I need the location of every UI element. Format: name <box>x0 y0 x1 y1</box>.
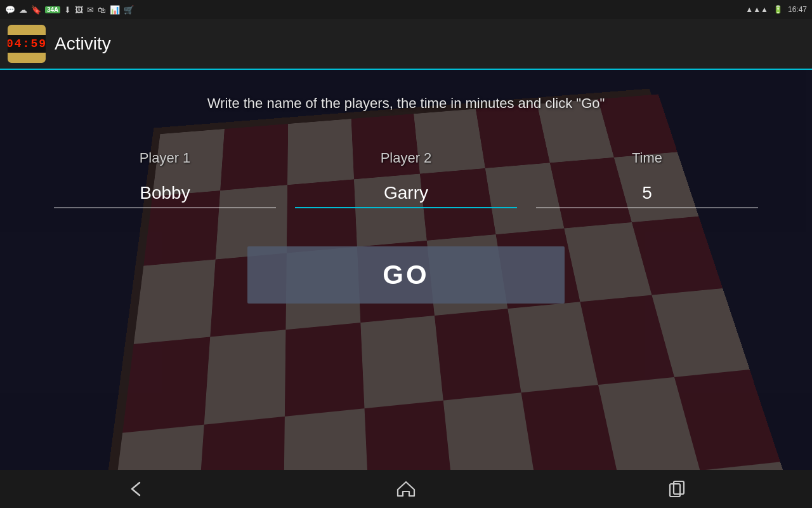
home-button[interactable] <box>381 473 431 505</box>
app-icon: 04:59 <box>8 25 46 63</box>
time-column: Time <box>527 150 768 208</box>
time-label: Time <box>632 150 662 166</box>
time-input-wrap <box>536 179 758 208</box>
notification-badge: 34A <box>45 6 60 13</box>
shop-icon: 🛒 <box>124 5 134 15</box>
go-button[interactable]: GO <box>247 246 565 304</box>
bookmark-icon: 🔖 <box>31 5 41 15</box>
app-bar: 04:59 Activity <box>0 19 812 70</box>
app-clock-display: 04:59 <box>8 35 46 53</box>
chart-icon: 📊 <box>110 5 120 15</box>
content-layer: Write the name of the players, the time … <box>0 70 812 508</box>
bag-icon: 🛍 <box>98 5 106 15</box>
go-button-wrap: GO <box>0 246 812 304</box>
player1-input-wrap <box>54 179 276 208</box>
battery-icon: 🔋 <box>773 5 783 14</box>
status-icons-left: 💬 ☁ 🔖 34A ⬇ 🖼 ✉ 🛍 📊 🛒 <box>5 5 134 15</box>
mail-icon: ✉ <box>87 5 94 15</box>
time-input[interactable] <box>536 179 758 208</box>
player1-column: Player 1 <box>44 150 285 208</box>
form-row: Player 1 Player 2 Time <box>0 150 812 208</box>
back-button[interactable] <box>110 473 160 505</box>
instruction-text: Write the name of the players, the time … <box>207 95 605 112</box>
player2-column: Player 2 <box>285 150 527 208</box>
status-bar: 💬 ☁ 🔖 34A ⬇ 🖼 ✉ 🛍 📊 🛒 ▲▲▲ 🔋 16:47 <box>0 0 812 19</box>
clock-status: 16:47 <box>788 5 807 14</box>
svg-marker-0 <box>398 482 414 496</box>
player2-input[interactable] <box>295 179 517 208</box>
nav-bar <box>0 470 812 508</box>
player2-label: Player 2 <box>381 150 432 166</box>
status-icons-right: ▲▲▲ 🔋 16:47 <box>745 5 807 14</box>
recents-button[interactable] <box>652 473 702 505</box>
notification-icon: 💬 <box>5 5 15 15</box>
image-icon: 🖼 <box>75 5 83 15</box>
cloud-icon: ☁ <box>19 5 27 15</box>
app-title: Activity <box>55 34 111 54</box>
player2-input-wrap <box>295 179 517 208</box>
main-content: Write the name of the players, the time … <box>0 70 812 508</box>
download-icon: ⬇ <box>64 5 71 15</box>
wifi-icon: ▲▲▲ <box>745 5 768 14</box>
player1-label: Player 1 <box>140 150 191 166</box>
player1-input[interactable] <box>54 179 276 208</box>
